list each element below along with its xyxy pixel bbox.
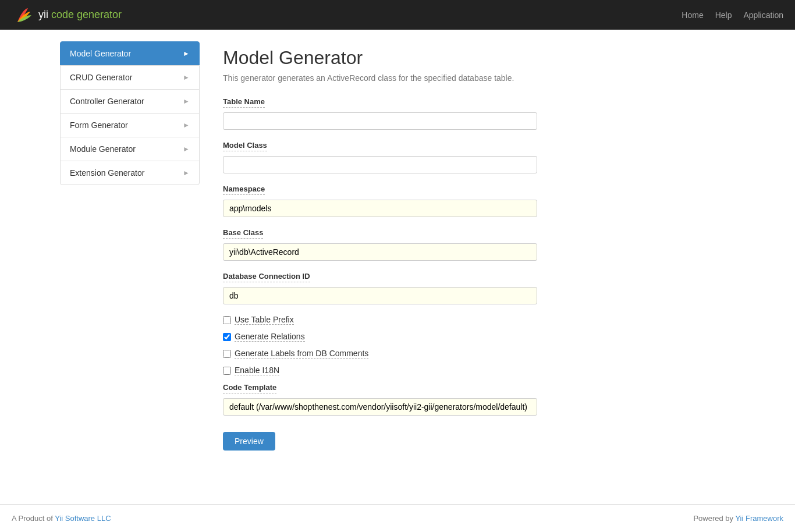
table-name-group: Table Name bbox=[223, 97, 723, 130]
namespace-input[interactable] bbox=[223, 200, 537, 217]
use-table-prefix-checkbox[interactable] bbox=[223, 316, 231, 324]
preview-button[interactable]: Preview bbox=[223, 432, 275, 451]
enable-i18n-group: Enable I18N bbox=[223, 366, 723, 375]
sidebar-item-crud-generator[interactable]: CRUD Generator ► bbox=[60, 65, 200, 90]
sidebar-item-form-generator[interactable]: Form Generator ► bbox=[60, 113, 200, 137]
page-title: Model Generator bbox=[223, 47, 723, 69]
namespace-label: Namespace bbox=[223, 185, 265, 195]
chevron-right-icon: ► bbox=[183, 73, 190, 81]
generate-labels-checkbox[interactable] bbox=[223, 350, 231, 358]
sidebar-item-module-generator[interactable]: Module Generator ► bbox=[60, 137, 200, 161]
sidebar-item-extension-generator[interactable]: Extension Generator ► bbox=[60, 161, 200, 185]
chevron-right-icon: ► bbox=[183, 145, 190, 153]
code-template-label: Code Template bbox=[223, 383, 276, 393]
brand-label: yii code generator bbox=[38, 9, 122, 21]
enable-i18n-label[interactable]: Enable I18N bbox=[235, 366, 279, 375]
namespace-group: Namespace bbox=[223, 184, 723, 217]
model-class-group: Model Class bbox=[223, 140, 723, 173]
model-class-input[interactable] bbox=[223, 156, 537, 173]
footer-yii-framework-link[interactable]: Yii Framework bbox=[735, 514, 783, 523]
table-name-input[interactable] bbox=[223, 112, 537, 130]
base-class-group: Base Class bbox=[223, 228, 723, 261]
code-template-group: Code Template bbox=[223, 382, 723, 416]
chevron-right-icon: ► bbox=[183, 49, 190, 58]
footer-right: Powered by Yii Framework bbox=[693, 514, 783, 523]
code-template-input[interactable] bbox=[223, 398, 537, 416]
footer: A Product of Yii Software LLC Powered by… bbox=[0, 504, 795, 532]
footer-left: A Product of Yii Software LLC bbox=[12, 514, 111, 523]
sidebar-item-controller-generator[interactable]: Controller Generator ► bbox=[60, 89, 200, 114]
generate-labels-label[interactable]: Generate Labels from DB Comments bbox=[235, 349, 368, 359]
use-table-prefix-label[interactable]: Use Table Prefix bbox=[235, 315, 294, 325]
generate-labels-group: Generate Labels from DB Comments bbox=[223, 349, 723, 359]
model-class-label: Model Class bbox=[223, 141, 267, 151]
chevron-right-icon: ► bbox=[183, 121, 190, 129]
sidebar-item-model-generator[interactable]: Model Generator ► bbox=[60, 41, 200, 66]
chevron-right-icon: ► bbox=[183, 97, 190, 105]
navbar-nav: Home Help Application bbox=[682, 10, 783, 20]
sidebar: Model Generator ► CRUD Generator ► Contr… bbox=[60, 41, 200, 492]
footer-yii-software-link[interactable]: Yii Software LLC bbox=[55, 514, 111, 523]
content-area: Model Generator This generator generates… bbox=[211, 41, 735, 492]
db-connection-input[interactable] bbox=[223, 287, 537, 304]
db-connection-label: Database Connection ID bbox=[223, 272, 310, 282]
navbar-brand[interactable]: yii code generator bbox=[12, 6, 122, 24]
table-name-label: Table Name bbox=[223, 97, 265, 108]
nav-item-home[interactable]: Home bbox=[682, 10, 703, 20]
base-class-label: Base Class bbox=[223, 228, 263, 239]
nav-item-help[interactable]: Help bbox=[715, 10, 732, 20]
enable-i18n-checkbox[interactable] bbox=[223, 367, 231, 375]
generate-relations-group: Generate Relations bbox=[223, 332, 723, 342]
nav-item-application[interactable]: Application bbox=[744, 10, 784, 20]
yii-logo-icon bbox=[12, 6, 34, 24]
navbar: yii code generator Home Help Application bbox=[0, 0, 795, 30]
use-table-prefix-group: Use Table Prefix bbox=[223, 315, 723, 325]
chevron-right-icon: ► bbox=[183, 169, 190, 177]
db-connection-group: Database Connection ID bbox=[223, 271, 723, 304]
generate-relations-checkbox[interactable] bbox=[223, 333, 231, 341]
page-description: This generator generates an ActiveRecord… bbox=[223, 73, 723, 83]
generate-relations-label[interactable]: Generate Relations bbox=[235, 332, 305, 342]
base-class-input[interactable] bbox=[223, 243, 537, 261]
main-container: Model Generator ► CRUD Generator ► Contr… bbox=[48, 30, 747, 504]
